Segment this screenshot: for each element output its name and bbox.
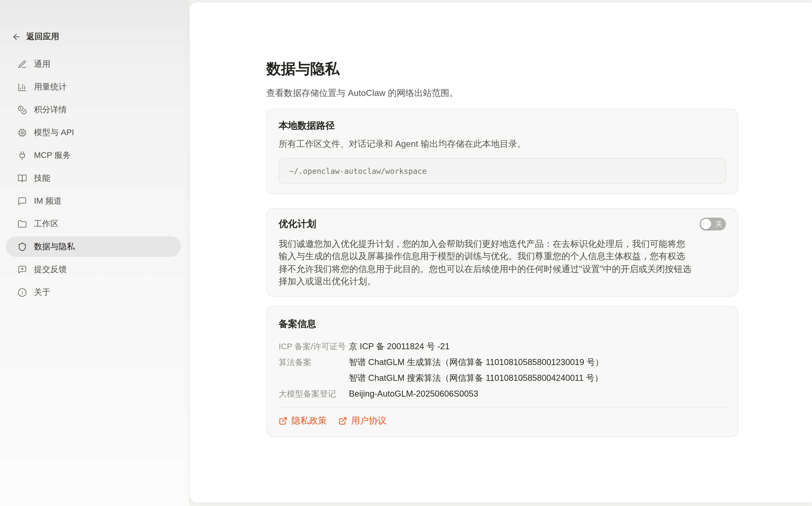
sidebar-item-label: 工作区 xyxy=(34,219,59,229)
optimization-plan-description: 我们诚邀您加入优化提升计划，您的加入会帮助我们更好地迭代产品：在去标识化处理后，… xyxy=(279,238,693,287)
sidebar-item-data-privacy[interactable]: 数据与隐私 xyxy=(6,236,181,257)
local-data-path-description: 所有工作区文件、对话记录和 Agent 输出均存储在此本地目录。 xyxy=(279,138,726,150)
sidebar-item-feedback[interactable]: 提交反馈 xyxy=(6,259,181,280)
external-link-icon xyxy=(279,417,287,425)
optimization-toggle[interactable]: 关 xyxy=(699,218,726,231)
sidebar-item-mcp-services[interactable]: MCP 服务 xyxy=(6,145,181,166)
optimization-plan-header: 优化计划 关 xyxy=(279,218,726,231)
filing-value: Beijing-AutoGLM-20250606S0053 xyxy=(349,386,478,402)
filing-row-algorithm-1: 算法备案 智谱 ChatGLM 生成算法（网信算备 11010810585800… xyxy=(279,355,726,370)
sidebar-item-about[interactable]: 关于 xyxy=(6,282,181,303)
user-agreement-link[interactable]: 用户协议 xyxy=(339,416,386,427)
toggle-knob xyxy=(701,219,711,229)
sidebar-item-label: 技能 xyxy=(34,173,50,183)
pen-icon xyxy=(17,60,27,69)
feedback-icon xyxy=(17,265,27,274)
sidebar-item-models-api[interactable]: 模型与 API xyxy=(6,122,181,143)
filing-label: ICP 备案/许可证号 xyxy=(279,339,349,355)
filing-rows: ICP 备案/许可证号 京 ICP 备 20011824 号 -21 算法备案 … xyxy=(279,339,726,402)
filing-row-algorithm-2: 智谱 ChatGLM 搜索算法（网信算备 1101081058580042400… xyxy=(279,370,726,386)
sidebar-item-label: 通用 xyxy=(34,59,50,69)
sidebar-item-label: 数据与隐私 xyxy=(34,241,75,252)
filing-row-llm-registration: 大模型备案登记 Beijing-AutoGLM-20250606S0053 xyxy=(279,386,726,402)
chat-icon xyxy=(17,196,27,206)
app-window: 返回应用 通用 用量统计 积分详情 模型与 API MCP 服务 xyxy=(0,0,812,506)
info-icon xyxy=(17,287,27,297)
main-panel: 数据与隐私 查看数据存储位置与 AutoClaw 的网络出站范围。 本地数据路径… xyxy=(189,2,812,503)
shield-icon xyxy=(17,242,27,251)
content-column: 数据与隐私 查看数据存储位置与 AutoClaw 的网络出站范围。 本地数据路径… xyxy=(267,2,738,437)
filing-value: 京 ICP 备 20011824 号 -21 xyxy=(349,339,450,355)
cpu-icon xyxy=(17,128,27,137)
local-data-path-title: 本地数据路径 xyxy=(279,119,726,132)
filing-value: 智谱 ChatGLM 生成算法（网信算备 1101081058580012300… xyxy=(349,355,604,370)
link-label: 隐私政策 xyxy=(292,416,327,427)
workspace-path-field[interactable]: ~/.openclaw-autoclaw/workspace xyxy=(279,158,726,184)
settings-sidebar: 返回应用 通用 用量统计 积分详情 模型与 API MCP 服务 xyxy=(0,0,189,506)
sidebar-item-skills[interactable]: 技能 xyxy=(6,168,181,188)
optimization-plan-title: 优化计划 xyxy=(279,218,316,231)
sidebar-item-label: MCP 服务 xyxy=(34,150,71,161)
sidebar-item-workspace[interactable]: 工作区 xyxy=(6,214,181,234)
sidebar-item-label: IM 频道 xyxy=(34,196,62,206)
local-data-path-card: 本地数据路径 所有工作区文件、对话记录和 Agent 输出均存储在此本地目录。 … xyxy=(267,109,738,194)
filing-info-card: 备案信息 ICP 备案/许可证号 京 ICP 备 20011824 号 -21 … xyxy=(267,306,738,437)
link-label: 用户协议 xyxy=(351,416,386,427)
sidebar-item-credits[interactable]: 积分详情 xyxy=(6,99,181,120)
external-link-icon xyxy=(339,417,347,425)
bar-chart-icon xyxy=(17,82,27,92)
sidebar-item-label: 积分详情 xyxy=(34,104,67,115)
optimization-plan-card: 优化计划 关 我们诚邀您加入优化提升计划，您的加入会帮助我们更好地迭代产品：在去… xyxy=(267,208,738,297)
back-to-app-button[interactable]: 返回应用 xyxy=(12,31,59,42)
folder-icon xyxy=(17,219,27,229)
sidebar-item-label: 提交反馈 xyxy=(34,264,67,275)
sidebar-item-usage-stats[interactable]: 用量统计 xyxy=(6,77,181,97)
sidebar-item-label: 模型与 API xyxy=(34,127,74,138)
policy-links: 隐私政策 用户协议 xyxy=(279,416,726,427)
sidebar-item-label: 关于 xyxy=(34,287,50,298)
filing-divider xyxy=(279,407,726,408)
plug-icon xyxy=(17,151,27,160)
page-subtitle: 查看数据存储位置与 AutoClaw 的网络出站范围。 xyxy=(267,87,738,99)
filing-label xyxy=(279,370,349,386)
toggle-state-label: 关 xyxy=(716,221,722,228)
filing-label: 大模型备案登记 xyxy=(279,386,349,402)
arrow-left-icon xyxy=(12,32,21,41)
page-title: 数据与隐私 xyxy=(267,59,738,79)
sidebar-nav: 通用 用量统计 积分详情 模型与 API MCP 服务 技能 xyxy=(6,54,181,305)
sidebar-item-general[interactable]: 通用 xyxy=(6,54,181,74)
filing-label: 算法备案 xyxy=(279,355,349,370)
coins-icon xyxy=(17,105,27,114)
sidebar-item-im-channels[interactable]: IM 频道 xyxy=(6,191,181,211)
filing-info-title: 备案信息 xyxy=(279,318,726,331)
sidebar-item-label: 用量统计 xyxy=(34,82,67,92)
back-label: 返回应用 xyxy=(26,31,59,42)
filing-value: 智谱 ChatGLM 搜索算法（网信算备 1101081058580042400… xyxy=(349,370,603,386)
book-open-icon xyxy=(17,174,27,183)
filing-row-icp: ICP 备案/许可证号 京 ICP 备 20011824 号 -21 xyxy=(279,339,726,355)
privacy-policy-link[interactable]: 隐私政策 xyxy=(279,416,327,427)
